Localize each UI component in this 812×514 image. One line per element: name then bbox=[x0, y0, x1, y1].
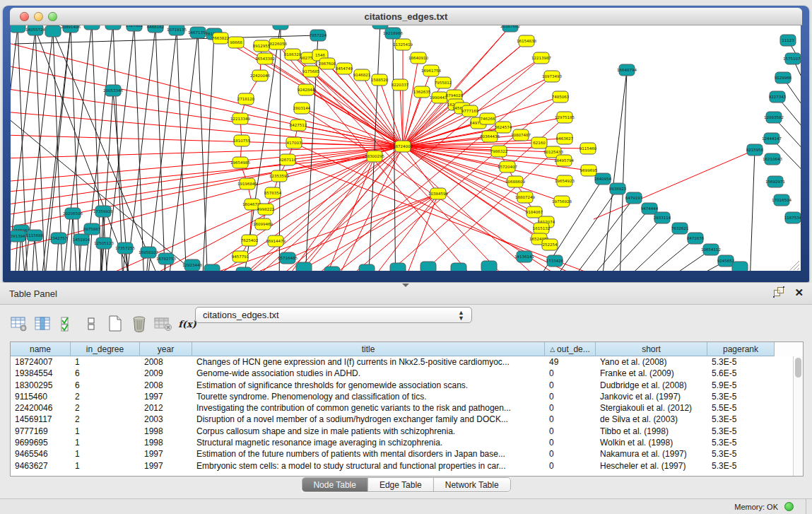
node-20387682[interactable]: 20387682 bbox=[500, 25, 520, 32]
selected-node-19654923[interactable]: 19654923 bbox=[555, 175, 575, 187]
node-1167534[interactable]: 1167534 bbox=[784, 212, 801, 223]
selected-node-9115460[interactable]: 9115460 bbox=[579, 143, 597, 154]
node-391394[interactable]: 391394 bbox=[11, 230, 25, 242]
selected-node-18724007[interactable]: 18724007 bbox=[393, 141, 413, 152]
table-row[interactable]: 1456911722003Disruption of a novel membe… bbox=[11, 414, 803, 425]
selected-node-22420046[interactable]: 22420046 bbox=[250, 70, 270, 81]
column-header-year[interactable]: year bbox=[140, 342, 192, 356]
table-row[interactable]: 911546021997Tourette syndrome. Phenomeno… bbox=[11, 391, 803, 402]
node-unlabeled[interactable] bbox=[359, 264, 375, 271]
selected-node-9777169[interactable]: 9777169 bbox=[461, 105, 479, 117]
selected-node-9457791[interactable]: 9457791 bbox=[232, 251, 249, 262]
node-10654112[interactable]: 10654112 bbox=[701, 244, 721, 255]
selected-node-10384594[interactable]: 10384594 bbox=[428, 188, 448, 199]
selected-node-8267110[interactable]: 8267110 bbox=[279, 154, 297, 165]
selected-node-18495794[interactable]: 18495794 bbox=[554, 155, 574, 166]
node-12444147[interactable]: 12444147 bbox=[762, 133, 782, 144]
node-17016504[interactable]: 17016504 bbox=[772, 194, 792, 206]
selected-node-8186328[interactable]: 8186328 bbox=[284, 49, 302, 60]
node-20891406[interactable]: 20891406 bbox=[61, 25, 81, 33]
selected-node-10688609[interactable]: 10688609 bbox=[505, 176, 525, 187]
selected-node-7485063[interactable]: 7485063 bbox=[552, 91, 570, 103]
node-unlabeled[interactable] bbox=[390, 263, 406, 271]
node-9227343[interactable]: 9227343 bbox=[769, 91, 787, 103]
node-17357255[interactable]: 17357255 bbox=[115, 243, 135, 254]
node-17359928[interactable]: 17359928 bbox=[93, 206, 113, 217]
selected-node-7663822[interactable]: 7663822 bbox=[212, 33, 230, 44]
column-header-pagerank[interactable]: pagerank bbox=[707, 342, 775, 356]
table-row[interactable]: 946554611997Estimation of the future num… bbox=[11, 448, 803, 460]
table-scrollbar[interactable] bbox=[793, 356, 803, 476]
selected-node-16099469[interactable]: 16099469 bbox=[253, 218, 273, 230]
node-7632621[interactable]: 7632621 bbox=[671, 223, 689, 234]
selected-node-10973493[interactable]: 10973493 bbox=[542, 71, 562, 82]
selected-node-2718120[interactable]: 2718120 bbox=[237, 93, 255, 105]
selected-node-98668[interactable]: 98668 bbox=[228, 37, 244, 48]
tab-node-table[interactable]: Node Table bbox=[302, 478, 368, 491]
node-unlabeled[interactable] bbox=[236, 267, 252, 271]
node-unlabeled[interactable] bbox=[481, 261, 497, 271]
table-mode-icon[interactable] bbox=[10, 315, 28, 332]
node-20053346[interactable]: 20053346 bbox=[103, 85, 123, 96]
selected-node-16543382[interactable]: 16543382 bbox=[255, 53, 275, 64]
node-19218986[interactable]: 19218986 bbox=[383, 28, 403, 39]
selected-node-8427512[interactable]: 8427512 bbox=[290, 119, 307, 131]
selected-node-11325419[interactable]: 11325419 bbox=[393, 39, 413, 50]
network-view-window[interactable]: citations_edges.txt 14055724208914061065… bbox=[3, 6, 809, 282]
node-8975887[interactable]: 8975887 bbox=[83, 223, 101, 235]
node-7857224[interactable]: 7857224 bbox=[310, 30, 327, 41]
node-15692971[interactable]: 15692971 bbox=[765, 176, 785, 187]
column-header-out_de[interactable]: △out_de... bbox=[545, 342, 596, 356]
node-unlabeled[interactable] bbox=[45, 25, 61, 37]
selected-node-1362635[interactable]: 1362635 bbox=[413, 86, 431, 98]
node-11123[interactable]: 11123 bbox=[780, 35, 796, 46]
selected-node-4998222[interactable]: 4998222 bbox=[257, 204, 275, 215]
node-1733426[interactable]: 1733426 bbox=[546, 255, 564, 267]
selected-node-9184067[interactable]: 9184067 bbox=[526, 206, 543, 218]
selected-node-746266[interactable]: 746266 bbox=[480, 113, 495, 124]
table-row[interactable]: 1830029562008Estimation of significance … bbox=[11, 380, 803, 391]
network-nodes[interactable]: 1405572420891406106532871527602646616210… bbox=[11, 25, 801, 271]
selected-node-7955812[interactable]: 7955812 bbox=[435, 77, 452, 88]
table-row[interactable]: 977716911998Corpus callosum shape and si… bbox=[11, 426, 803, 437]
node-unlabeled[interactable] bbox=[204, 264, 220, 271]
selected-node-8454749[interactable]: 8454749 bbox=[336, 63, 353, 74]
selected-node-19196849[interactable]: 19196849 bbox=[237, 178, 257, 189]
panel-splitter-handle[interactable] bbox=[402, 284, 409, 287]
selected-node-7625402[interactable]: 7625402 bbox=[241, 235, 259, 246]
selected-node-3624574[interactable]: 3624574 bbox=[495, 122, 512, 133]
node-15716485[interactable]: 15716485 bbox=[278, 252, 298, 264]
node-unlabeled[interactable] bbox=[296, 262, 312, 271]
selected-node-8220337[interactable]: 8220337 bbox=[392, 79, 409, 90]
node-unlabeled[interactable] bbox=[451, 263, 466, 271]
node-1640954[interactable]: 1640954 bbox=[594, 173, 612, 185]
selected-node-18300295[interactable]: 18300295 bbox=[365, 151, 384, 162]
node-unlabeled[interactable] bbox=[732, 262, 748, 271]
selected-node-1588520[interactable]: 1588520 bbox=[371, 74, 389, 86]
node-2933114[interactable]: 2933114 bbox=[654, 212, 671, 223]
node-unlabeled[interactable] bbox=[84, 25, 100, 30]
selected-node-18226058[interactable]: 18226058 bbox=[267, 38, 287, 49]
selected-node-16914479[interactable]: 16914479 bbox=[266, 235, 286, 247]
node-6466162[interactable]: 6466162 bbox=[147, 25, 165, 33]
tab-network-table[interactable]: Network Table bbox=[434, 478, 510, 491]
node-14136141[interactable]: 14136141 bbox=[514, 251, 534, 262]
selected-node-1810755[interactable]: 1810755 bbox=[233, 135, 251, 146]
node-16033809[interactable]: 16033809 bbox=[271, 25, 290, 30]
selected-node-12213349[interactable]: 12213349 bbox=[230, 113, 250, 124]
node-12505123[interactable]: 12505123 bbox=[94, 238, 114, 249]
selected-node-12975185[interactable]: 12975185 bbox=[555, 112, 575, 123]
node-6479197[interactable]: 6479197 bbox=[625, 192, 643, 204]
node-20206506[interactable]: 20206506 bbox=[63, 208, 83, 219]
table-row[interactable]: 946362711997Embryonic stem cells: a mode… bbox=[11, 460, 803, 472]
selected-node-1615132[interactable]: 1615132 bbox=[533, 223, 551, 234]
table-row[interactable]: 1938455462009Genome-wide association stu… bbox=[11, 368, 803, 379]
column-header-title[interactable]: title bbox=[192, 342, 545, 356]
selected-node-9699695[interactable]: 9699695 bbox=[580, 165, 598, 176]
delete-table-icon[interactable] bbox=[154, 315, 172, 332]
node-16782753[interactable]: 16782753 bbox=[156, 253, 176, 264]
node-unlabeled[interactable] bbox=[420, 262, 436, 271]
node-10719135[interactable]: 10719135 bbox=[167, 25, 187, 35]
selected-node-10807487[interactable]: 10807487 bbox=[511, 129, 531, 141]
window-titlebar[interactable]: citations_edges.txt bbox=[10, 8, 802, 25]
